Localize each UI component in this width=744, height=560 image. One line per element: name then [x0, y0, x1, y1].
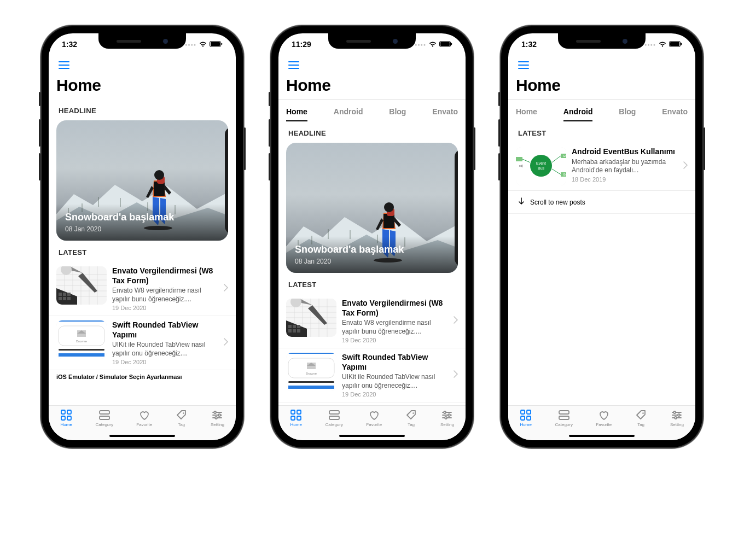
list-item[interactable]: Envato Vergilendirmesi (W8 Tax Form)Enva… [278, 294, 466, 348]
svg-point-45 [214, 411, 216, 413]
list-item-excerpt: Envato W8 vergilendirme nasıl yapılır bu… [112, 287, 218, 304]
menu-button[interactable] [56, 59, 72, 71]
tab-setting[interactable]: Setting [670, 409, 684, 427]
svg-rect-32 [56, 320, 107, 322]
tab-label: Category [96, 422, 113, 427]
scroll-to-new-posts[interactable]: Scroll to new posts [508, 190, 695, 214]
tab-home[interactable]: Home [520, 409, 532, 427]
tab-label: Home [61, 422, 72, 427]
home-indicator[interactable] [109, 435, 175, 437]
list-item-title: Envato Vergilendirmesi (W8 Tax Form) [112, 266, 218, 285]
seg-tab-home[interactable]: Home [286, 105, 307, 121]
content-area[interactable]: HEADLINESnowboard'a başlamak08 Jan 2020L… [49, 99, 236, 405]
svg-rect-26 [63, 293, 66, 296]
seg-tab-blog[interactable]: Blog [619, 105, 636, 121]
headline-next-peek[interactable] [225, 127, 228, 234]
battery-icon [210, 41, 223, 48]
list-item[interactable]: BrowseSwift Rounded TabView YapımıUIKit … [278, 348, 466, 402]
tab-label: Tag [637, 422, 644, 427]
svg-text:Ev: Ev [563, 154, 566, 158]
svg-rect-76 [288, 329, 292, 332]
seg-tab-envato[interactable]: Envato [662, 105, 688, 121]
sliders-icon [671, 409, 683, 421]
svg-rect-29 [63, 297, 66, 300]
list-item-excerpt: Envato W8 vergilendirme nasıl yapılır bu… [342, 319, 448, 336]
home-indicator[interactable] [339, 435, 405, 437]
headline-next-peek[interactable] [455, 149, 458, 266]
menu-button[interactable] [286, 59, 301, 71]
menu-button[interactable] [516, 59, 531, 71]
svg-rect-40 [61, 416, 65, 420]
battery-icon [439, 41, 452, 48]
tab-home[interactable]: Home [60, 409, 72, 427]
tab-category[interactable]: Category [326, 409, 343, 427]
list-item[interactable]: Envato Vergilendirmesi (W8 Tax Form)Enva… [49, 262, 236, 316]
list-item[interactable]: EventBusst()EvEvAndroid EventBus Kullanı… [508, 143, 695, 190]
list-item[interactable]: BrowseSwift Rounded TabView YapımıUIKit … [49, 316, 236, 370]
seg-tab-android[interactable]: Android [334, 105, 363, 121]
battery-icon [669, 41, 682, 48]
nav-bar [278, 54, 466, 76]
tab-category[interactable]: Category [555, 409, 573, 427]
seg-tab-home[interactable]: Home [516, 105, 537, 121]
tab-home[interactable]: Home [290, 409, 302, 427]
tab-category[interactable]: Category [96, 409, 113, 427]
seg-tab-envato[interactable]: Envato [432, 105, 458, 121]
tab-label: Favorite [136, 422, 152, 427]
tab-favorite[interactable]: Favorite [366, 409, 382, 427]
tab-setting[interactable]: Setting [211, 409, 224, 427]
svg-rect-43 [100, 416, 109, 419]
content-area[interactable]: HomeAndroidBlogEnvatoHEADLINESnowboard'a… [278, 99, 466, 405]
list-item-title: Swift Rounded TabView Yapımı [112, 320, 218, 340]
notch [328, 33, 416, 49]
svg-rect-37 [59, 353, 104, 357]
list-item-title: iOS Emulator / Simulator Seçin Ayarlanma… [49, 370, 236, 380]
stack-icon [328, 409, 340, 421]
svg-point-92 [412, 412, 414, 414]
svg-rect-1 [211, 42, 220, 46]
svg-rect-74 [293, 325, 296, 328]
tab-label: Tag [178, 422, 185, 427]
list-item-date: 19 Dec 2020 [112, 359, 218, 365]
phone-mockup: 1:32●●●●HomeHEADLINESnowboard'a başlamak… [42, 26, 243, 447]
category-tabs: HomeAndroidBlogEnvato [278, 100, 466, 121]
chevron-right-icon [454, 370, 458, 380]
svg-rect-85 [288, 386, 334, 389]
phone-mockup: 11:29●●●●HomeHomeAndroidBlogEnvatoHEADLI… [271, 26, 473, 447]
svg-rect-78 [297, 329, 300, 332]
svg-rect-36 [59, 349, 104, 351]
chevron-right-icon [224, 284, 228, 294]
svg-rect-86 [291, 410, 295, 414]
svg-rect-91 [329, 416, 339, 419]
svg-point-119 [673, 411, 676, 413]
seg-tab-android[interactable]: Android [563, 105, 593, 121]
tab-tag[interactable]: Tag [176, 409, 188, 427]
svg-rect-50 [451, 43, 452, 45]
svg-rect-27 [67, 293, 71, 296]
tab-tag[interactable]: Tag [405, 409, 417, 427]
home-indicator[interactable] [569, 435, 635, 437]
headline-card[interactable]: Snowboard'a başlamak08 Jan 2020 [56, 120, 228, 241]
svg-rect-113 [527, 410, 531, 414]
tab-favorite[interactable]: Favorite [136, 409, 152, 427]
list-item-date: 19 Dec 2020 [342, 337, 448, 343]
svg-rect-41 [67, 416, 71, 420]
svg-rect-73 [288, 325, 292, 328]
headline-date: 08 Jan 2020 [65, 225, 219, 233]
tab-favorite[interactable]: Favorite [596, 409, 612, 427]
section-headline-label: HEADLINE [278, 121, 466, 143]
tab-setting[interactable]: Setting [440, 409, 454, 427]
list-item-thumbnail: EventBusst()EvEv [516, 147, 566, 185]
svg-point-44 [183, 412, 184, 414]
content-area[interactable]: HomeAndroidBlogEnvatoLATESTEventBusst()E… [508, 99, 695, 405]
tab-tag[interactable]: Tag [635, 409, 647, 427]
signal-dots-icon: ●●●● [185, 43, 196, 46]
nav-bar [49, 54, 236, 76]
phone-mockup: 1:32●●●●HomeHomeAndroidBlogEnvatoLATESTE… [501, 26, 702, 447]
seg-tab-blog[interactable]: Blog [389, 105, 406, 121]
svg-rect-97 [670, 42, 679, 46]
headline-card[interactable]: Snowboard'a başlamak08 Jan 2020 [286, 143, 458, 273]
svg-point-47 [215, 417, 217, 419]
tag-icon [635, 409, 647, 421]
section-latest-label: LATEST [278, 273, 466, 294]
